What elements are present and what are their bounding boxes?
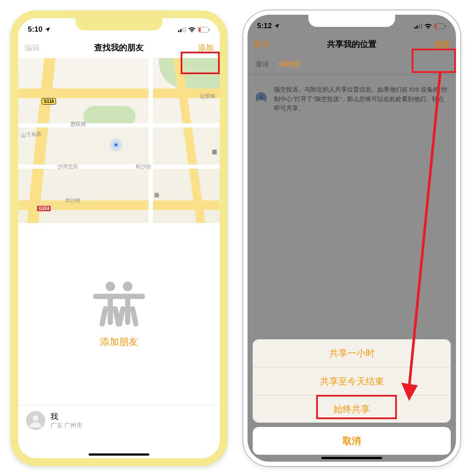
battery-low-icon	[198, 27, 210, 33]
me-row[interactable]: 我 广东 广州市	[18, 405, 220, 435]
action-sheet-cancel-button[interactable]: 取消	[253, 427, 451, 455]
svg-rect-1	[180, 29, 182, 32]
map-label: 和沙街	[135, 163, 151, 171]
svg-rect-17	[414, 27, 416, 29]
svg-rect-18	[416, 26, 418, 29]
notch	[308, 15, 395, 27]
annotation-arrow	[353, 71, 449, 405]
road-shield-g324: G324	[36, 205, 51, 212]
invite-contact: 果粉堂	[280, 60, 301, 69]
svg-rect-5	[199, 28, 201, 32]
svg-rect-11	[125, 294, 130, 325]
notch	[76, 18, 162, 30]
road-shield-s116: S116	[42, 98, 56, 105]
nav-title: 共享我的位置	[327, 39, 377, 50]
cellular-icon	[414, 23, 422, 29]
svg-rect-15	[129, 305, 139, 327]
svg-point-16	[33, 415, 38, 421]
home-indicator[interactable]	[89, 453, 149, 456]
svg-rect-10	[108, 294, 113, 325]
airdrop-icon	[255, 85, 267, 110]
nav-title: 查找我的朋友	[94, 42, 144, 53]
status-time: 5:10	[28, 25, 43, 34]
me-name: 我	[50, 411, 83, 422]
svg-rect-2	[182, 28, 184, 32]
svg-point-24	[260, 96, 262, 98]
invite-label: 邀请：	[255, 60, 276, 69]
wifi-icon	[188, 27, 196, 33]
highlight-send	[412, 49, 456, 73]
nav-cancel-button[interactable]: 取消	[254, 39, 269, 49]
wifi-icon	[424, 23, 432, 29]
svg-line-26	[409, 71, 440, 388]
svg-rect-19	[419, 24, 420, 29]
map-label: 惠联路	[70, 121, 86, 128]
current-location-dot	[109, 138, 122, 151]
svg-rect-12	[99, 305, 109, 327]
add-friends-button[interactable]: 添加朋友	[100, 335, 138, 348]
svg-marker-27	[401, 383, 418, 401]
nav-send-button[interactable]: 发送	[434, 39, 450, 49]
svg-rect-23	[446, 25, 446, 27]
map-label: 山下东路	[20, 130, 42, 139]
map-label: 冠景阁	[200, 93, 215, 100]
nav-edit-button[interactable]: 编辑	[24, 43, 40, 53]
svg-rect-0	[178, 30, 179, 32]
status-time: 5:12	[257, 22, 272, 30]
cellular-icon	[178, 27, 186, 32]
me-location: 广东 广州市	[50, 422, 83, 430]
svg-rect-9	[93, 294, 145, 299]
highlight-add	[181, 52, 220, 74]
home-indicator[interactable]	[321, 457, 382, 459]
svg-point-8	[123, 282, 132, 291]
svg-rect-3	[185, 27, 186, 32]
friends-icon	[91, 280, 147, 328]
phone-left: 5:10 编辑 查找我的朋友 添加	[10, 10, 228, 466]
svg-rect-20	[421, 23, 422, 29]
avatar	[26, 411, 45, 430]
map-label: 华沙村	[65, 197, 81, 204]
svg-point-7	[106, 282, 115, 291]
battery-low-icon	[434, 23, 446, 29]
svg-rect-6	[209, 29, 210, 31]
location-services-icon	[44, 26, 50, 33]
map-view[interactable]: S116 G324 冠景阁 惠联路 山下东路 沙湾北街 和沙街 华沙村 跃华路 …	[18, 58, 220, 223]
location-services-icon	[274, 23, 280, 29]
svg-rect-22	[435, 24, 437, 28]
map-label: 沙湾北街	[57, 163, 78, 171]
empty-friends-panel: 添加朋友	[18, 223, 220, 405]
